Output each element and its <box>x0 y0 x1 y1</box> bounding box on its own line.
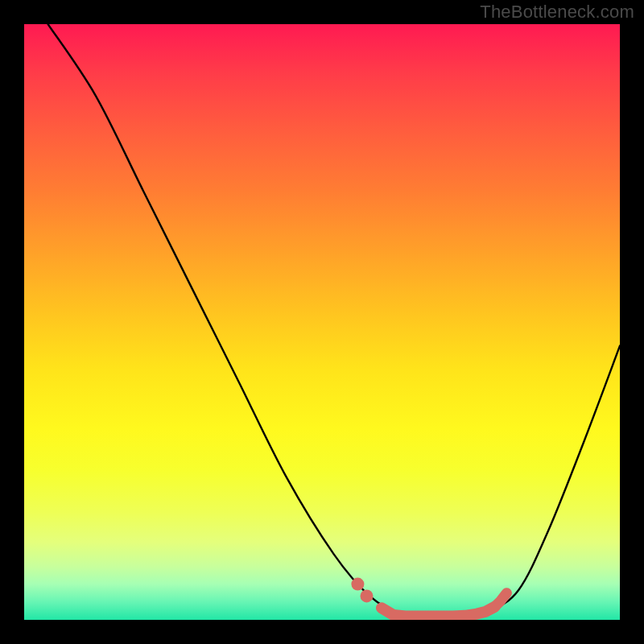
highlight-tail <box>486 593 507 612</box>
watermark-text: TheBottleneck.com <box>480 2 634 23</box>
highlight-markers <box>351 578 506 617</box>
marker-dot <box>361 589 374 602</box>
highlight-segment <box>382 607 495 617</box>
marker-dot <box>351 578 364 591</box>
bottleneck-curve <box>48 24 620 617</box>
plot-area <box>24 24 620 620</box>
chart-frame: TheBottleneck.com <box>0 0 644 644</box>
bottleneck-chart <box>24 24 620 620</box>
